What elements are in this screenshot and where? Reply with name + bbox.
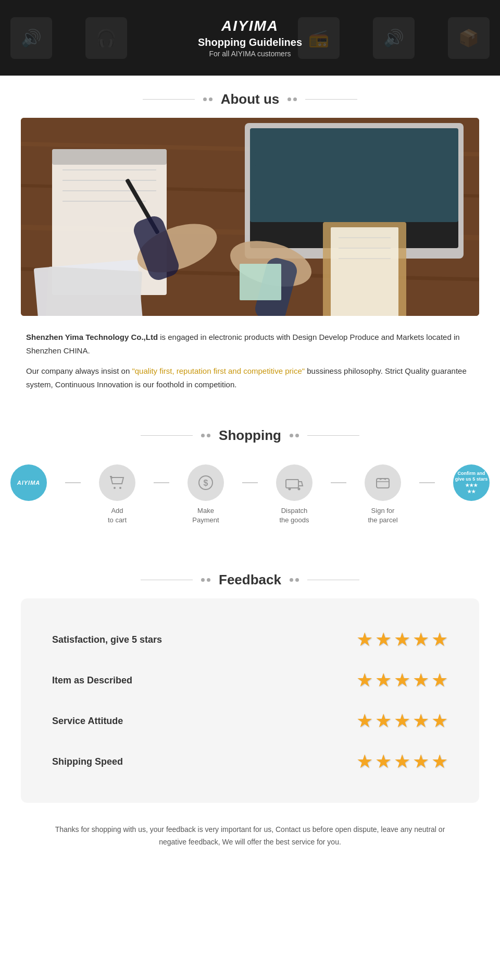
svg-rect-30 (45, 266, 142, 316)
step-payment-label: MakePayment (192, 506, 219, 525)
svg-rect-31 (240, 264, 281, 300)
philosophy-prefix: Our company always insist on (26, 366, 132, 375)
star-4: ★ (413, 669, 429, 691)
feedback-row-shipping: Shipping Speed ★ ★ ★ ★ ★ (52, 741, 448, 782)
feedback-stars-service: ★ ★ ★ ★ ★ (356, 710, 448, 732)
shopping-steps: AIYIMA Addto cart $ (21, 454, 479, 546)
about-section: Shenzhen Yima Technology Co.,Ltd is enga… (0, 118, 500, 391)
star-1: ★ (356, 710, 373, 732)
step-confirm-icon: Confirm andgive us 5 stars★★★★★ (453, 464, 490, 501)
step-aiyima-icon: AIYIMA (10, 464, 47, 501)
star-5: ★ (431, 710, 448, 732)
shopping-section: AIYIMA Addto cart $ (0, 454, 500, 546)
shopping-section-line-left (141, 435, 193, 436)
step-dispatch-icon (276, 464, 312, 501)
star-4: ★ (413, 629, 429, 651)
company-name: Shenzhen Yima Technology Co.,Ltd (26, 333, 158, 341)
about-image (21, 118, 479, 316)
svg-point-42 (289, 488, 291, 491)
step-payment-icon: $ (188, 464, 224, 501)
feedback-stars-item-described: ★ ★ ★ ★ ★ (356, 669, 448, 691)
step-dispatch: Dispatchthe goods (268, 464, 320, 525)
step-aiyima: AIYIMA (3, 464, 55, 501)
feedback-row-item-described: Item as Described ★ ★ ★ ★ ★ (52, 660, 448, 701)
star-5: ★ (431, 669, 448, 691)
star-3: ★ (394, 710, 410, 732)
step-sign-icon (365, 464, 401, 501)
footer-text: Thanks for shopping with us, your feedba… (21, 818, 479, 869)
about-image-svg (21, 118, 479, 316)
step-cart-label: Addto cart (108, 506, 127, 525)
cart-svg (109, 474, 126, 491)
star-4: ★ (413, 710, 429, 732)
star-3: ★ (394, 629, 410, 651)
star-1: ★ (356, 629, 373, 651)
svg-rect-17 (250, 128, 458, 222)
svg-rect-45 (377, 479, 389, 488)
brand-logo: AIYIMA (198, 18, 302, 34)
payment-svg: $ (197, 474, 214, 491)
step-dispatch-label: Dispatchthe goods (279, 506, 309, 525)
feedback-section-dots-right (290, 578, 299, 582)
feedback-section-header: Feedback (0, 556, 500, 598)
about-text: Shenzhen Yima Technology Co.,Ltd is enga… (21, 330, 479, 391)
feedback-stars-satisfaction: ★ ★ ★ ★ ★ (356, 629, 448, 651)
section-dots-left (203, 97, 213, 101)
feedback-label-service: Service Attitude (52, 716, 123, 727)
about-section-title: About us (221, 91, 280, 107)
feedback-section: Satisfaction, give 5 stars ★ ★ ★ ★ ★ Ite… (0, 598, 500, 869)
star-2: ★ (375, 710, 392, 732)
bg-icon-2: 🎧 (85, 17, 127, 59)
sign-svg (374, 474, 391, 491)
shopping-section-header: Shopping (0, 412, 500, 454)
star-3: ★ (394, 669, 410, 691)
dispatch-svg (285, 474, 304, 491)
step-cart-icon (99, 464, 135, 501)
bg-icon-5: 📦 (448, 17, 490, 59)
connector-1 (65, 482, 81, 483)
star-1: ★ (356, 751, 373, 773)
feedback-section-line-right (307, 580, 359, 580)
star-1: ★ (356, 669, 373, 691)
svg-rect-33 (331, 227, 398, 316)
feedback-row-service: Service Attitude ★ ★ ★ ★ ★ (52, 701, 448, 741)
header-center: AIYIMA Shopping Guidelines For all AIYIM… (198, 18, 302, 58)
feedback-label-shipping: Shipping Speed (52, 756, 123, 767)
feedback-label-item-described: Item as Described (52, 675, 132, 686)
page-subtitle: For all AIYIMA customers (198, 50, 302, 58)
star-2: ★ (375, 629, 392, 651)
header: 🔊 🎧 📻 🔊 📦 AIYIMA Shopping Guidelines For… (0, 0, 500, 76)
star-5: ★ (431, 629, 448, 651)
step-confirm: Confirm andgive us 5 stars★★★★★ (445, 464, 497, 506)
step-add-to-cart: Addto cart (91, 464, 143, 525)
star-5: ★ (431, 751, 448, 773)
page-title: Shopping Guidelines (198, 36, 302, 48)
feedback-stars-shipping: ★ ★ ★ ★ ★ (356, 751, 448, 773)
feedback-section-title: Feedback (219, 572, 281, 588)
connector-2 (154, 482, 169, 483)
svg-rect-23 (52, 149, 167, 165)
star-3: ★ (394, 751, 410, 773)
shopping-section-title: Shopping (219, 427, 281, 444)
feedback-label-satisfaction: Satisfaction, give 5 stars (52, 634, 162, 645)
shopping-section-dots-left (201, 434, 210, 437)
star-4: ★ (413, 751, 429, 773)
shopping-section-dots-right (290, 434, 299, 437)
step-sign-label: Sign forthe parcel (368, 506, 397, 525)
feedback-card: Satisfaction, give 5 stars ★ ★ ★ ★ ★ Ite… (21, 598, 479, 803)
philosophy-highlight: "quality first, reputation first and com… (132, 366, 305, 375)
bg-icon-3: 📻 (298, 17, 340, 59)
step-payment: $ MakePayment (180, 464, 232, 525)
section-dots-right (288, 97, 297, 101)
star-2: ★ (375, 669, 392, 691)
feedback-section-line-left (141, 580, 193, 580)
about-section-header: About us (0, 76, 500, 118)
bg-icon-4: 🔊 (373, 17, 415, 59)
section-line-left (143, 99, 195, 100)
section-line-right (305, 99, 357, 100)
connector-5 (419, 482, 435, 483)
svg-point-43 (298, 488, 301, 491)
svg-rect-41 (286, 480, 298, 488)
bg-icon-1: 🔊 (10, 17, 52, 59)
svg-point-38 (119, 487, 121, 489)
